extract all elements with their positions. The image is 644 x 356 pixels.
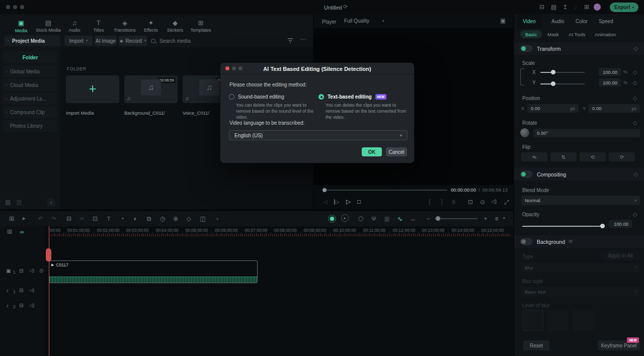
search-input[interactable]	[159, 38, 260, 44]
subtab-ai-tools[interactable]: AI Tools	[569, 32, 586, 37]
audio-track1-mute-icon[interactable]: ◁)	[29, 288, 34, 293]
tab-stock-media[interactable]: ▤ Stock Media	[35, 17, 61, 33]
tab-video[interactable]: Video	[517, 14, 541, 28]
select-tool-icon[interactable]: ➤	[18, 214, 29, 224]
transform-toggle[interactable]	[520, 45, 532, 52]
collapse-panel-button[interactable]: ‹	[47, 198, 55, 207]
tab-transitions[interactable]: ◈ Transitions	[112, 17, 138, 33]
ai-copilot-icon[interactable]	[328, 215, 336, 223]
ok-button[interactable]: OK	[362, 147, 382, 156]
speed-icon[interactable]: ◔	[117, 214, 128, 224]
rotate-cw-button[interactable]: ⟳	[609, 152, 635, 161]
sound-based-option[interactable]: Sound-based editing	[229, 94, 284, 100]
playhead-line[interactable]	[49, 226, 49, 356]
step-forward-button[interactable]: ▷	[334, 199, 339, 205]
minimize-window-button[interactable]	[13, 5, 17, 9]
text-based-radio[interactable]	[318, 94, 324, 100]
timeline-clip-c0117[interactable]: ▶ C0117	[49, 260, 258, 283]
fullscreen-icon[interactable]: ⤢	[504, 199, 509, 205]
project-media-header[interactable]: › Project Media	[4, 35, 60, 46]
text-tool-icon[interactable]: T	[103, 214, 114, 224]
media-card-background[interactable]: 00:06:59 ♫ ♫	[124, 75, 178, 103]
new-folder-icon[interactable]: ▤	[5, 199, 11, 205]
scale-x-value[interactable]: 100.00	[599, 68, 621, 76]
tab-effects[interactable]: ✦ Effects	[140, 17, 162, 33]
text-based-option[interactable]: Text-based editing NEW	[318, 94, 386, 100]
play-button[interactable]: ▷	[346, 199, 351, 205]
split-icon[interactable]: ✂	[76, 214, 88, 224]
compositing-toggle[interactable]	[520, 171, 532, 177]
tab-audio[interactable]: Audio	[551, 19, 565, 24]
project-history-icon[interactable]: ⟳	[343, 4, 348, 10]
background-reset-icon[interactable]: ⟳	[569, 239, 573, 244]
track-options-icon[interactable]: ≡	[491, 214, 502, 224]
mini-preview-icon[interactable]: ▣	[500, 18, 506, 24]
undo-icon[interactable]: ↶	[35, 214, 46, 224]
audio-track2-lock-icon[interactable]: ⊟	[19, 303, 23, 308]
blend-mode-dropdown[interactable]: Normal ▾	[521, 196, 640, 205]
snapshot-icon[interactable]: ⊙	[480, 199, 485, 205]
scale-y-keyframe-icon[interactable]: ◇	[633, 79, 637, 86]
filter-icon[interactable]	[287, 37, 294, 44]
import-button[interactable]: Import ▾	[64, 36, 93, 46]
scale-y-value[interactable]: 100.00	[599, 78, 621, 86]
upload-icon[interactable]: ↥	[562, 4, 568, 10]
more-options-icon[interactable]: ⋯	[300, 36, 306, 42]
delete-icon[interactable]: ⊟	[63, 214, 74, 224]
fit-timeline-icon[interactable]: ↔	[408, 214, 419, 224]
tab-audio[interactable]: ♫ Audio	[63, 17, 86, 33]
sidebar-item-adjustment-layer[interactable]: › Adjustment La...	[3, 93, 57, 105]
playhead-handle[interactable]	[46, 248, 51, 261]
tab-media[interactable]: ▣ Media	[9, 16, 33, 33]
zoom-out-icon[interactable]: −	[423, 214, 434, 224]
transition-icon[interactable]: ◑	[211, 214, 222, 224]
tab-stickers[interactable]: ◆ Stickers	[164, 17, 186, 33]
search-bar[interactable]	[151, 36, 282, 46]
close-window-button[interactable]	[6, 5, 10, 9]
position-x-value[interactable]: 0.00px	[527, 104, 579, 113]
tab-titles[interactable]: T Titles	[88, 17, 110, 33]
redo-icon[interactable]: ↷	[48, 214, 59, 224]
reset-button[interactable]: Reset	[523, 340, 549, 350]
ai-image-button[interactable]: AI Image	[95, 36, 117, 46]
shield-icon[interactable]: ⬡	[355, 214, 366, 224]
rotate-keyframe-icon[interactable]: ◇	[633, 120, 637, 126]
scale-x-keyframe-icon[interactable]: ◇	[633, 69, 637, 75]
timer-icon[interactable]: ◷	[157, 214, 168, 224]
pip-icon[interactable]: ⧉	[143, 214, 154, 224]
position-y-value[interactable]: 0.00px	[589, 104, 640, 113]
color-wheel-icon[interactable]: ◐	[130, 214, 141, 224]
sidebar-item-compound-clip[interactable]: › Compound Clip	[3, 106, 57, 118]
timeline-layout-icon[interactable]: ⊟	[539, 4, 544, 10]
video-track-mute-icon[interactable]: ◁)	[29, 269, 34, 273]
zoom-window-button[interactable]	[20, 5, 24, 9]
subtab-mask[interactable]: Mask	[547, 32, 559, 37]
opacity-slider[interactable]	[522, 226, 604, 227]
crop-icon[interactable]: ⊡	[90, 214, 101, 224]
sidebar-item-folder[interactable]: Folder	[3, 51, 57, 63]
audio-track1-lock-icon[interactable]: ⊟	[19, 288, 23, 293]
audio-meter-icon[interactable]: ⊪	[452, 199, 457, 205]
mark-in-icon[interactable]: {	[429, 199, 431, 205]
link-clips-icon[interactable]: ∞	[20, 229, 24, 235]
sound-based-radio[interactable]	[229, 94, 234, 100]
preview-quality-icon[interactable]: ▸	[341, 214, 349, 222]
tab-speed[interactable]: Speed	[599, 19, 613, 24]
zoom-in-icon[interactable]: +	[480, 214, 491, 224]
cancel-button[interactable]: Cancel	[386, 147, 407, 156]
subtab-basic[interactable]: Basic	[520, 30, 542, 38]
blur-style-dropdown[interactable]: Basic blur ▾	[521, 287, 640, 296]
mark-out-icon[interactable]: }	[441, 199, 443, 205]
apply-to-all-button[interactable]: Apply to All	[601, 251, 640, 260]
player-scrubber[interactable]	[324, 190, 447, 191]
workspace-icon[interactable]: ⊞	[584, 4, 589, 10]
opacity-keyframe-icon[interactable]: ◇	[633, 211, 637, 218]
avatar[interactable]	[594, 4, 601, 11]
flip-horizontal-button[interactable]: ⇋	[521, 152, 547, 161]
scale-x-slider[interactable]	[540, 72, 585, 73]
audio-track2-mute-icon[interactable]: ◁)	[29, 303, 34, 308]
flip-vertical-button[interactable]: ⇅	[550, 152, 577, 161]
subtab-animation[interactable]: Animation	[595, 32, 616, 37]
background-type-dropdown[interactable]: Blur ▾	[521, 263, 640, 272]
blur-level-option-1[interactable]	[522, 310, 543, 331]
